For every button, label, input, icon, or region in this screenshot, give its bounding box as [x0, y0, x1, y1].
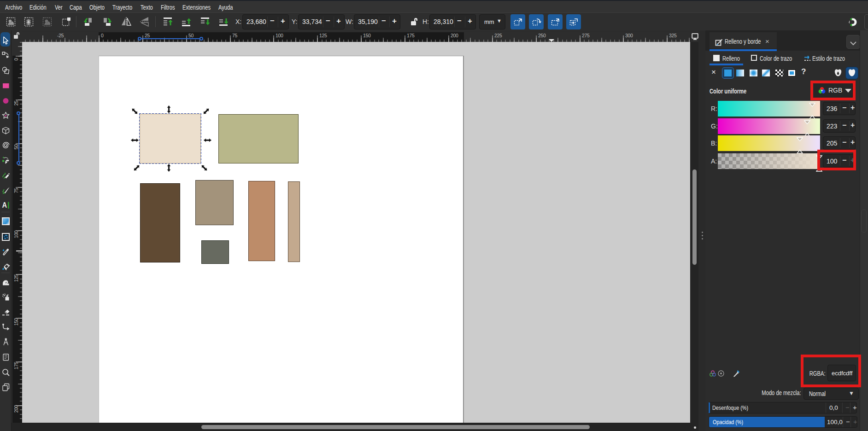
svg-text:A: A	[2, 201, 7, 209]
